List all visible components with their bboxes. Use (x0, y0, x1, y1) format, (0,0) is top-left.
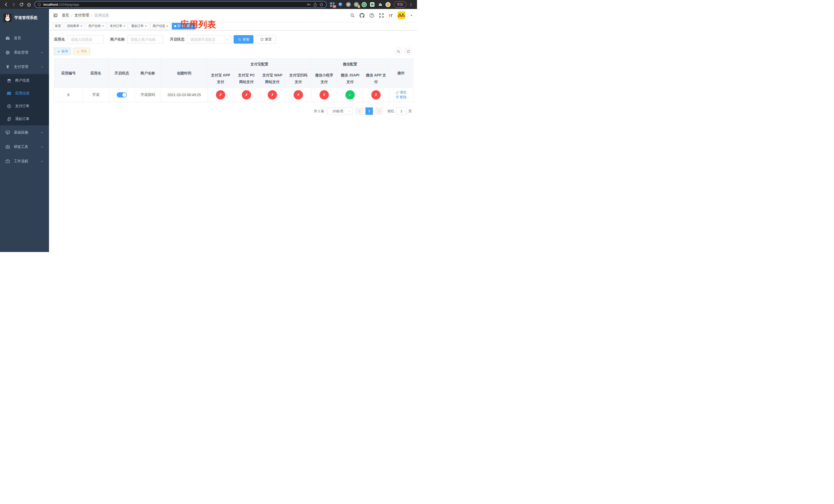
github-icon[interactable] (359, 13, 365, 18)
pagination: 共 1 条 10条/页 ‹ 1 › 前往 页 (54, 108, 412, 115)
close-icon[interactable]: × (191, 24, 193, 28)
sidebar-item-refund-order[interactable]: 退款订单 (0, 113, 49, 125)
close-icon[interactable]: × (166, 24, 168, 28)
sidebar-item-app-info[interactable]: 应用信息 (0, 87, 49, 100)
close-icon[interactable]: × (102, 24, 104, 28)
y-extension-icon[interactable]: Y (361, 2, 367, 7)
prev-page-button[interactable]: ‹ (355, 108, 363, 115)
table-row: 6 芋道 芋道源码 2021-10-23 08:49:25 ✗ ✗ ✗ ✗ ✗ … (54, 87, 413, 102)
tab-home[interactable]: 首页 (52, 23, 63, 29)
sidebar-item-label: 退款订单 (15, 117, 29, 121)
sidebar-item-merchant-info[interactable]: 商户信息 (0, 74, 49, 87)
help-question-icon[interactable] (369, 13, 374, 18)
alipay-wap-status-badge: ✗ (268, 90, 277, 99)
next-page-button[interactable]: › (375, 108, 383, 115)
tab-app-info[interactable]: 应用信息× (172, 23, 195, 29)
font-size-icon[interactable]: TT (389, 13, 393, 18)
column-header: 微信 APP 支付 (363, 70, 389, 87)
merchant-name-label: 商户名称 (110, 37, 125, 42)
reload-icon[interactable] (18, 1, 25, 8)
column-header: 支付宝 PC 网站支付 (234, 70, 260, 87)
browser-menu-dots-icon[interactable]: ⋮ (408, 2, 414, 7)
merchant-name-input[interactable] (127, 35, 163, 44)
export-button[interactable]: 导出 (73, 48, 90, 55)
alipay-app-status-badge: ✗ (216, 90, 225, 99)
page-size-select[interactable]: 10条/页 (327, 108, 353, 115)
reset-button[interactable]: 重置 (256, 35, 276, 44)
sidebar-item-payment-order[interactable]: 支付订单 (0, 100, 49, 113)
recorder-extension-icon[interactable]: 1 (354, 2, 359, 7)
breadcrumb-home[interactable]: 首页 (62, 13, 69, 18)
tab-process-form[interactable]: 流程表单× (65, 23, 85, 29)
chevron-down-icon (41, 131, 44, 134)
search-icon[interactable] (350, 13, 355, 18)
caret-down-icon[interactable] (410, 14, 413, 17)
user-avatar[interactable] (397, 12, 405, 19)
close-icon[interactable]: × (81, 24, 83, 28)
group-header-wechat: 微信配置 (311, 59, 389, 70)
column-header: 商户名称 (135, 59, 161, 87)
documents-icon (7, 117, 11, 121)
sketch-extension-icon[interactable]: 10 (330, 2, 335, 7)
status-select[interactable] (187, 35, 231, 44)
yen-icon: ¥ (5, 65, 10, 69)
sidebar-item-infrastructure[interactable]: 基础设施 (0, 125, 49, 140)
fullscreen-icon[interactable] (379, 13, 384, 18)
chevron-up-icon (41, 65, 44, 68)
forward-icon[interactable] (10, 1, 17, 8)
bookmark-star-icon[interactable] (319, 2, 324, 7)
add-button[interactable]: 新增 (54, 48, 71, 55)
chevron-down-icon (348, 110, 351, 113)
pin-extension-icon[interactable] (338, 2, 343, 7)
page-content: 应用名 商户名称 开启状态 搜索 重置 (49, 30, 417, 252)
site-info-icon[interactable] (38, 3, 41, 6)
breadcrumb-payment[interactable]: 支付管理 (74, 13, 89, 18)
enabled-toggle[interactable] (117, 92, 127, 97)
table-toolbar: 新增 导出 (54, 48, 412, 55)
show-search-button[interactable] (395, 48, 402, 55)
sidebar-item-home[interactable]: 首页 (0, 31, 49, 45)
sidebar-item-dev-tools[interactable]: 研发工具 (0, 140, 49, 154)
refresh-button[interactable] (404, 48, 412, 55)
toolbox-icon (5, 144, 10, 149)
command-extension-icon[interactable]: ⌘ (346, 2, 351, 7)
close-icon[interactable]: × (123, 24, 126, 28)
puzzle-extensions-icon[interactable] (377, 2, 382, 7)
tab-user-group[interactable]: 用户分组× (86, 23, 106, 29)
key-icon[interactable] (307, 2, 311, 7)
column-header: 应用编号 (54, 59, 83, 87)
sidebar-item-label: 商户信息 (15, 78, 29, 83)
rabbit-logo-icon (3, 14, 12, 22)
sidebar-item-workflow[interactable]: 工作流程 (0, 154, 49, 168)
home-icon[interactable] (26, 1, 32, 8)
browser-update-button[interactable]: 更新 (394, 1, 407, 8)
page-1-button[interactable]: 1 (366, 108, 373, 115)
status-label: 开启状态 (170, 37, 184, 42)
app-name-input[interactable] (67, 35, 104, 44)
extension-badge: 10 (333, 5, 336, 8)
sidebar-item-payment[interactable]: ¥ 支付管理 (0, 60, 49, 74)
wechat-app-status-badge: ✗ (371, 90, 380, 99)
share-icon[interactable] (313, 3, 317, 7)
close-icon[interactable]: × (145, 24, 147, 28)
sidebar-menu: 首页 系统管理 ¥ 支付管理 商户信息 (0, 31, 49, 168)
tag-tabs-bar: 首页 流程表单× 用户分组× 支付订单× 退款订单× 商户信息× 应用信息× (49, 22, 417, 30)
url-text: localhost:1024/pay/app (43, 3, 305, 6)
profile-face-icon[interactable] (386, 2, 391, 7)
delete-link[interactable]: 删除 (396, 95, 407, 99)
back-icon[interactable] (3, 1, 9, 8)
goto-page-input[interactable] (396, 108, 407, 115)
group-header-alipay: 支付宝配置 (208, 59, 311, 70)
tab-merchant-info[interactable]: 商户信息× (150, 23, 171, 29)
tab-refund-order[interactable]: 退款订单× (129, 23, 149, 29)
sidebar-item-label: 系统管理 (14, 50, 28, 55)
search-button[interactable]: 搜索 (234, 35, 254, 44)
sidebar-item-system[interactable]: 系统管理 (0, 45, 49, 60)
sidebar-item-label: 支付订单 (15, 104, 29, 109)
edit-link[interactable]: 修改 (396, 90, 407, 95)
sidebar-logo[interactable]: 芋道管理系统 (0, 11, 49, 24)
tab-payment-order[interactable]: 支付订单× (107, 23, 128, 29)
url-bar[interactable]: localhost:1024/pay/app (35, 1, 327, 8)
chat-extension-icon[interactable] (370, 2, 375, 7)
sidebar-collapse-icon[interactable] (53, 13, 58, 18)
